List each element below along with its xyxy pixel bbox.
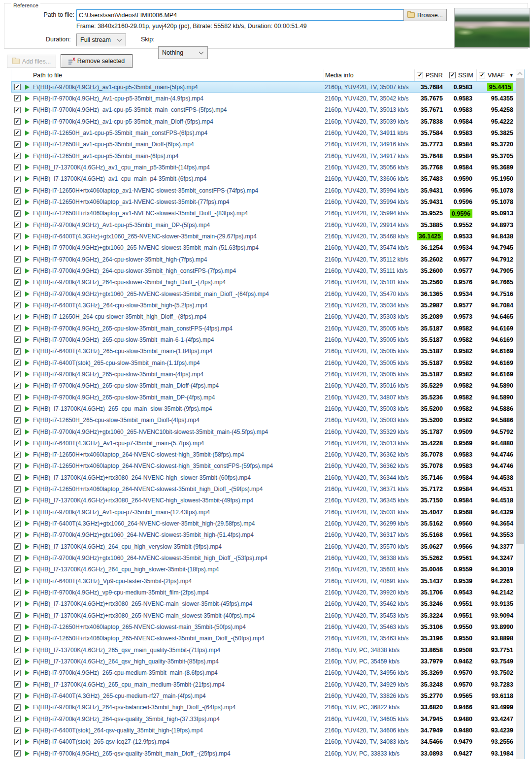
row-checkbox[interactable]: ✓ [14, 107, 21, 113]
table-row[interactable]: ✓ F\(HB)-i7-9700k(4.9GHz)_265-cpu-slow-3… [11, 323, 524, 334]
play-icon[interactable] [25, 211, 30, 216]
play-icon[interactable] [25, 625, 30, 629]
play-icon[interactable] [25, 292, 30, 297]
play-icon[interactable] [25, 188, 30, 193]
play-icon[interactable] [25, 544, 30, 549]
play-icon[interactable] [25, 176, 30, 181]
row-checkbox[interactable]: ✓ [14, 210, 21, 217]
row-checkbox[interactable]: ✓ [14, 704, 21, 711]
row-checkbox[interactable]: ✓ [14, 417, 21, 424]
play-icon[interactable] [25, 165, 30, 170]
reference-path-input[interactable] [76, 9, 404, 21]
play-icon[interactable] [25, 636, 30, 641]
row-checkbox[interactable]: ✓ [14, 647, 21, 653]
play-icon[interactable] [25, 418, 30, 423]
play-icon[interactable] [25, 107, 30, 112]
row-checkbox[interactable]: ✓ [14, 716, 21, 722]
play-icon[interactable] [25, 705, 30, 710]
table-row[interactable]: ✓ F\(HB)-i7-9700k(4.9GHz)_av1-cpu-p5-35m… [11, 104, 524, 116]
play-icon[interactable] [25, 739, 30, 744]
row-checkbox[interactable]: ✓ [14, 635, 21, 642]
table-row[interactable]: ✓ F\(HB)_I7-13700K(4.6GHz)_265_cpu_main_… [11, 679, 524, 690]
play-icon[interactable] [25, 395, 30, 400]
row-checkbox[interactable]: ✓ [14, 509, 21, 515]
table-row[interactable]: ✓ F\(HB)-i7-9700k(4.9GHz)_264-cpu-slower… [11, 277, 524, 288]
play-icon[interactable] [25, 429, 30, 434]
play-icon[interactable] [25, 452, 30, 457]
table-row[interactable]: ✓ F\(HB)-i7-12650H+rtx4060laptop_av1-NVE… [11, 196, 524, 207]
row-checkbox[interactable]: ✓ [14, 474, 21, 481]
play-icon[interactable] [25, 85, 30, 90]
table-row[interactable]: ✓ F\(HB)-i7-9700k(4.9GHz)+gtx1060_265-NV… [11, 426, 524, 437]
row-checkbox[interactable]: ✓ [14, 153, 21, 159]
row-checkbox[interactable]: ✓ [14, 141, 21, 148]
table-row[interactable]: ✓ F\(HB)-i7-6400T(stok)_264-qsv-quality_… [11, 725, 524, 736]
row-checkbox[interactable]: ✓ [14, 348, 21, 355]
table-row[interactable]: ✓ F\(HB)_I7-13700K(4.6GHz)+rtx3080_264-N… [11, 472, 524, 483]
play-icon[interactable] [25, 487, 30, 492]
remove-selected-button[interactable]: x Remove selected [61, 54, 133, 68]
row-checkbox[interactable]: ✓ [14, 302, 21, 308]
row-checkbox[interactable]: ✓ [14, 590, 21, 596]
play-icon[interactable] [25, 361, 30, 365]
table-row[interactable]: ✓ F\(HB)_I7-13700K(4.6GHz)_264_cpu_high_… [11, 541, 524, 552]
row-checkbox[interactable]: ✓ [14, 233, 21, 239]
play-icon[interactable] [25, 268, 30, 273]
play-icon[interactable] [25, 693, 30, 698]
row-checkbox[interactable]: ✓ [14, 681, 21, 688]
play-icon[interactable] [25, 556, 30, 561]
table-row[interactable]: ✓ F\(HB)-i7-12650H+rtx4060laptop_264-NVE… [11, 449, 524, 461]
play-icon[interactable] [25, 142, 30, 147]
row-checkbox[interactable]: ✓ [14, 222, 21, 228]
play-icon[interactable] [25, 728, 30, 733]
table-row[interactable]: ✓ F\(HB)-i7-6400T(4.3GHz)+gtx1060_264-NV… [11, 518, 524, 529]
play-icon[interactable] [25, 475, 30, 480]
row-checkbox[interactable]: ✓ [14, 198, 21, 205]
table-row[interactable]: ✓ F\(HB)-i7-9700k(4.9GHz)_Av1-cpu-p7-35m… [11, 506, 524, 518]
table-row[interactable]: ✓ F\(HB)_I7-13700K(4.6GHz)_265_cpu_main_… [11, 403, 524, 414]
play-icon[interactable] [25, 441, 30, 446]
table-row[interactable]: ✓ F\(HB)-i7-9700k(4.9GHz)+gtx1060_265-NV… [11, 288, 524, 299]
vmaf-column-checkbox[interactable]: ✓ [479, 72, 485, 78]
row-checkbox[interactable]: ✓ [14, 187, 21, 194]
row-checkbox[interactable]: ✓ [14, 452, 21, 458]
row-checkbox[interactable]: ✓ [14, 659, 21, 665]
row-checkbox[interactable]: ✓ [14, 130, 21, 136]
play-icon[interactable] [25, 579, 30, 584]
table-row[interactable]: ✓ F\(HB)-i7-12650H+rtx4060laptop_264-NVE… [11, 483, 524, 495]
row-checkbox[interactable]: ✓ [14, 566, 21, 573]
table-row[interactable]: ✓ F\(HB)-i7-12650H_265-cpu-slow-35mbit_m… [11, 415, 524, 426]
row-checkbox[interactable]: ✓ [14, 164, 21, 170]
row-checkbox[interactable]: ✓ [14, 463, 21, 469]
column-header-ssim[interactable]: ✓ SSIM [447, 69, 476, 81]
table-row[interactable]: ✓ F\(HB)_I7-13700K(4.6GHz)_264_cpu_high_… [11, 564, 524, 575]
table-row[interactable]: ✓ F\(HB)-i7-9700k(4.9GHz)+gtx1060_264-NV… [11, 529, 524, 541]
vertical-scrollbar[interactable] [516, 69, 524, 759]
table-row[interactable]: ✓ F\(HB)-i7-6400T(4.3GHz)_265-cpu-medium… [11, 690, 524, 701]
table-row[interactable]: ✓ F\(HB)-i7-6400T(4.3GHz)_Vp9-cpu-faster… [11, 575, 524, 587]
play-icon[interactable] [25, 521, 30, 526]
play-icon[interactable] [25, 96, 30, 101]
table-row[interactable]: ✓ F\(HB)-i7-6400T(stok)_265-qsv-icq27-(1… [11, 736, 524, 748]
row-checkbox[interactable]: ✓ [14, 578, 21, 584]
row-checkbox[interactable]: ✓ [14, 532, 21, 538]
play-icon[interactable] [25, 383, 30, 388]
row-checkbox[interactable]: ✓ [14, 118, 21, 125]
table-row[interactable]: ✓ F\(HB)-i7-9700k(4.9GHz)+gtx1060_265-NV… [11, 242, 524, 254]
table-row[interactable]: ✓ F\(HB)-i7-12650H_av1-cpu-p5-35mbit_mai… [11, 150, 524, 162]
play-icon[interactable] [25, 257, 30, 262]
table-row[interactable]: ✓ F\(HB)-i7-12650H+rtx4060laptop_265-NVE… [11, 621, 524, 632]
play-icon[interactable] [25, 349, 30, 354]
row-checkbox[interactable]: ✓ [14, 314, 21, 320]
row-checkbox[interactable]: ✓ [14, 84, 21, 90]
play-icon[interactable] [25, 717, 30, 722]
row-checkbox[interactable]: ✓ [14, 245, 21, 251]
scrollbar-up-arrow[interactable] [516, 69, 524, 78]
browse-button[interactable]: Browse... [403, 9, 447, 21]
row-checkbox[interactable]: ✓ [14, 336, 21, 343]
column-header-media-info[interactable]: Media info [324, 69, 414, 81]
table-row[interactable]: ✓ F\(HB)-i7-12650H+rtx4060laptop_264-NVE… [11, 461, 524, 472]
table-row[interactable]: ✓ F\(HB)-i7-9700k(4.9GHz)_Av1-cpu-p5-35m… [11, 219, 524, 231]
table-row[interactable]: ✓ F\(HB)-i7-9700k(4.9GHz)+gtx1060_264-NV… [11, 552, 524, 563]
row-checkbox[interactable]: ✓ [14, 360, 21, 366]
